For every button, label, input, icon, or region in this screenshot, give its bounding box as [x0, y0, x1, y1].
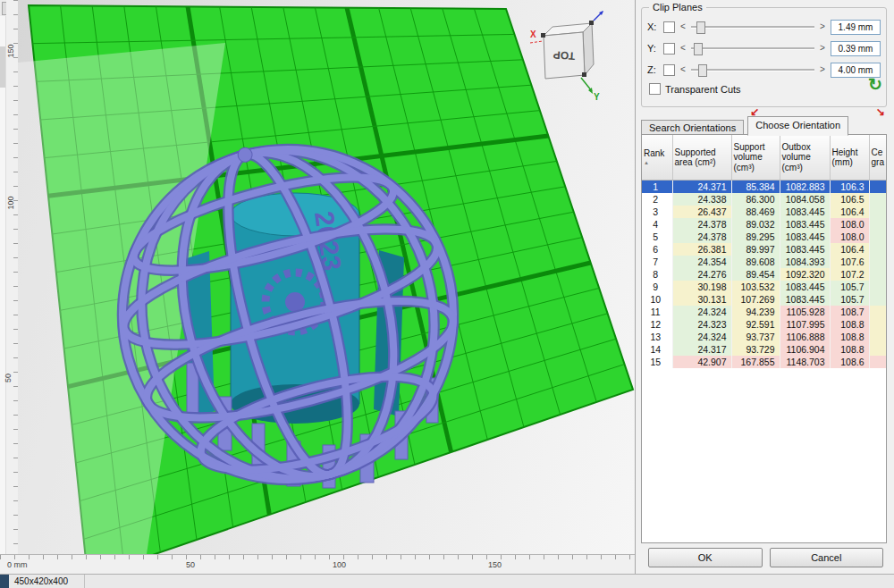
value-cell[interactable]: 105.7 — [830, 281, 869, 293]
rank-cell[interactable]: 3 — [642, 206, 672, 218]
value-cell[interactable]: 5 — [869, 356, 887, 368]
value-cell[interactable]: 24.323 — [672, 318, 731, 331]
clip-z-increment-button[interactable]: > — [818, 65, 827, 74]
table-row[interactable]: 1424.31793.7291106.904108.85 — [642, 343, 887, 356]
value-cell[interactable]: 5 — [869, 181, 887, 194]
value-cell[interactable]: 108.7 — [830, 306, 869, 318]
clip-z-slider[interactable] — [691, 63, 814, 76]
slider-thumb[interactable] — [694, 43, 703, 55]
refresh-icon[interactable]: ↻ — [868, 76, 882, 93]
column-header-outbox-volume[interactable]: Outbox volume (cm³) — [780, 135, 830, 181]
table-row[interactable]: 326.43788.4691083.445106.45 — [642, 206, 887, 218]
value-cell[interactable]: 5 — [869, 243, 887, 256]
value-cell[interactable]: 106.3 — [830, 181, 869, 194]
cube-corner-handle[interactable] — [582, 72, 586, 77]
value-cell[interactable]: 1082.883 — [780, 181, 830, 194]
cancel-button[interactable]: Cancel — [770, 548, 884, 567]
value-cell[interactable]: 107.2 — [830, 268, 869, 281]
ok-button[interactable]: OK — [648, 548, 763, 567]
value-cell[interactable]: 108.8 — [830, 331, 869, 343]
value-cell[interactable]: 26.437 — [672, 206, 731, 218]
column-header-support-volume[interactable]: Support volume (cm³) — [731, 135, 780, 181]
value-cell[interactable]: 1084.058 — [780, 193, 830, 206]
orientation-cube[interactable]: TOP X Y — [529, 9, 610, 102]
rank-cell[interactable]: 10 — [642, 293, 672, 306]
value-cell[interactable]: 88.469 — [731, 206, 780, 218]
column-header-rank[interactable]: Rank ▲ — [642, 135, 672, 181]
value-cell[interactable]: 108.6 — [830, 356, 869, 368]
value-cell[interactable]: 89.997 — [731, 243, 780, 256]
value-cell[interactable]: 1105.928 — [780, 306, 830, 318]
value-cell[interactable]: 5 — [869, 281, 887, 293]
value-cell[interactable]: 89.608 — [731, 256, 780, 268]
tab-choose-orientation[interactable]: Choose Orientation — [747, 116, 848, 136]
clip-z-checkbox[interactable] — [663, 64, 675, 76]
rank-cell[interactable]: 2 — [642, 193, 672, 206]
value-cell[interactable]: 1106.904 — [780, 343, 830, 356]
slider-thumb[interactable] — [698, 64, 707, 77]
table-row[interactable]: 1542.907167.8551148.703108.65 — [642, 356, 887, 368]
rank-cell[interactable]: 5 — [642, 231, 672, 243]
table-row[interactable]: 724.35489.6081084.393107.65 — [642, 256, 887, 268]
clip-y-value[interactable]: 0.39 mm — [831, 41, 881, 56]
value-cell[interactable]: 106.5 — [830, 193, 869, 206]
value-cell[interactable]: 5 — [869, 256, 887, 268]
table-row[interactable]: 224.33886.3001084.058106.55 — [642, 193, 887, 206]
value-cell[interactable]: 108.8 — [830, 343, 869, 356]
value-cell[interactable]: 5 — [869, 231, 887, 243]
table-row[interactable]: 1224.32392.5911107.995108.85 — [642, 318, 887, 331]
rank-cell[interactable]: 14 — [642, 343, 672, 356]
clip-x-increment-button[interactable]: > — [818, 22, 827, 31]
value-cell[interactable]: 5 — [869, 206, 887, 218]
value-cell[interactable]: 42.907 — [672, 356, 731, 368]
value-cell[interactable]: 94.239 — [731, 306, 780, 318]
value-cell[interactable]: 24.324 — [672, 306, 731, 318]
value-cell[interactable]: 1083.445 — [780, 293, 830, 306]
table-row[interactable]: 824.27689.4541092.320107.25 — [642, 268, 887, 281]
value-cell[interactable]: 92.591 — [731, 318, 780, 331]
value-cell[interactable]: 5 — [869, 268, 887, 281]
table-row[interactable]: 1124.32494.2391105.928108.75 — [642, 306, 887, 318]
table-row[interactable]: 524.37889.2951083.445108.05 — [642, 231, 887, 243]
slider-thumb[interactable] — [696, 21, 705, 34]
value-cell[interactable]: 1148.703 — [780, 356, 830, 368]
column-header-supported-area[interactable]: Supported area (cm²) — [672, 135, 731, 181]
rank-cell[interactable]: 8 — [642, 268, 672, 281]
value-cell[interactable]: 24.371 — [672, 181, 731, 194]
rank-cell[interactable]: 4 — [642, 218, 672, 231]
value-cell[interactable]: 24.378 — [672, 218, 731, 231]
value-cell[interactable]: 24.338 — [672, 193, 731, 206]
rank-cell[interactable]: 6 — [642, 243, 672, 256]
value-cell[interactable]: 24.378 — [672, 231, 731, 243]
table-row[interactable]: 1324.32493.7371106.888108.85 — [642, 331, 887, 343]
cube-corner-handle[interactable] — [541, 33, 545, 38]
clip-y-decrement-button[interactable]: < — [679, 44, 687, 53]
value-cell[interactable]: 24.276 — [672, 268, 731, 281]
value-cell[interactable]: 1084.393 — [780, 256, 830, 268]
value-cell[interactable]: 30.198 — [672, 281, 731, 293]
value-cell[interactable]: 108.0 — [830, 218, 869, 231]
transparent-cuts-checkbox[interactable] — [649, 83, 661, 95]
value-cell[interactable]: 103.532 — [731, 281, 780, 293]
value-cell[interactable]: 5 — [869, 343, 887, 356]
value-cell[interactable]: 93.729 — [731, 343, 780, 356]
clip-x-value[interactable]: 1.49 mm — [831, 20, 881, 35]
value-cell[interactable]: 26.381 — [672, 243, 731, 256]
value-cell[interactable]: 106.4 — [830, 243, 869, 256]
table-row[interactable]: 424.37889.0321083.445108.05 — [642, 218, 887, 231]
value-cell[interactable]: 24.324 — [672, 331, 731, 343]
table-row[interactable]: 930.198103.5321083.445105.75 — [642, 281, 887, 293]
value-cell[interactable]: 1083.445 — [780, 281, 830, 293]
value-cell[interactable]: 107.6 — [830, 256, 869, 268]
clip-x-decrement-button[interactable]: < — [679, 22, 687, 31]
value-cell[interactable]: 5 — [869, 331, 887, 343]
value-cell[interactable]: 86.300 — [731, 193, 780, 206]
column-header-center-gravity[interactable]: Ce gra he — [869, 135, 887, 181]
value-cell[interactable]: 85.384 — [731, 181, 780, 194]
value-cell[interactable]: 108.0 — [830, 231, 869, 243]
value-cell[interactable]: 5 — [869, 318, 887, 331]
rank-cell[interactable]: 12 — [642, 318, 672, 331]
vertical-scrollbar[interactable] — [0, 16, 6, 554]
table-row[interactable]: 626.38189.9971083.445106.45 — [642, 243, 887, 256]
value-cell[interactable]: 30.131 — [672, 293, 731, 306]
